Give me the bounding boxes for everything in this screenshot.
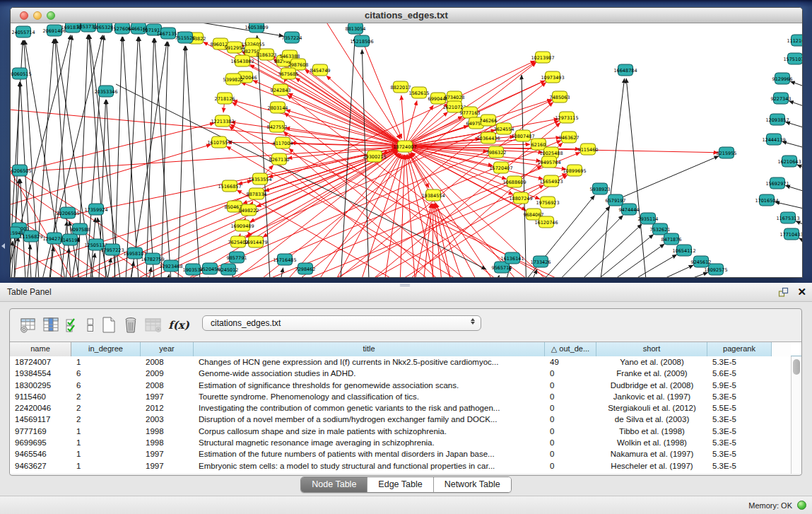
window-titlebar[interactable]: citations_edges.txt <box>11 8 802 23</box>
table-cell[interactable]: Yano et al. (2008) <box>596 356 707 368</box>
table-panel-titlebar[interactable]: Table Panel ✕ <box>0 283 812 302</box>
table-cell[interactable]: 14569117 <box>10 414 71 425</box>
table-cell[interactable]: Nakamura et al. (1997) <box>596 448 707 460</box>
table-cell[interactable]: Changes of HCN gene expression and I(f) … <box>194 356 545 368</box>
table-row[interactable]: 977716911998Corpus callosum shape and si… <box>10 426 801 437</box>
table-cell[interactable]: 1998 <box>141 426 194 437</box>
select-all-check-icon[interactable] <box>65 315 80 335</box>
delete-table-icon[interactable] <box>122 315 139 335</box>
function-builder-icon[interactable]: f(x) <box>168 315 189 335</box>
table-cell[interactable]: Estimation of the future numbers of pati… <box>194 448 545 460</box>
table-cell[interactable]: 1 <box>71 448 141 460</box>
table-cell[interactable]: Hescheler et al. (1997) <box>596 460 707 472</box>
table-cell[interactable]: 2 <box>71 391 141 402</box>
table-cell[interactable]: Structural magnetic resonance image aver… <box>194 437 545 448</box>
table-cell[interactable]: de Silva et al. (2003) <box>596 414 707 425</box>
table-cell[interactable]: Stergiakouli et al. (2012) <box>596 402 707 414</box>
network-canvas[interactable]: 1872400776638228960124591295415226055982… <box>11 23 802 277</box>
table-cell[interactable]: 9699695 <box>10 437 71 448</box>
table-cell[interactable]: 22420046 <box>10 402 71 414</box>
table-cell[interactable]: 2 <box>71 402 141 414</box>
table-cell[interactable]: 2008 <box>141 380 194 391</box>
table-select-dropdown[interactable]: citations_edges.txt <box>202 315 481 331</box>
table-cell[interactable]: Jankovic et al. (1997) <box>596 391 707 402</box>
table-row[interactable]: 1872400712008Changes of HCN gene express… <box>10 356 801 368</box>
show-columns-icon[interactable] <box>42 315 60 335</box>
table-settings-icon[interactable] <box>20 315 37 335</box>
table-cell[interactable]: Investigating the contribution of common… <box>194 402 545 414</box>
table-cell[interactable]: 0 <box>545 368 596 379</box>
table-cell[interactable]: Tourette syndrome. Phenomenology and cla… <box>194 391 545 402</box>
table-cell[interactable]: 5.3E-5 <box>707 437 772 448</box>
table-cell[interactable]: 0 <box>545 426 596 437</box>
table-cell[interactable]: 5.6E-5 <box>707 368 772 379</box>
column-header-out_de...[interactable]: △ out_de... <box>545 342 596 356</box>
table-cell[interactable]: Franke et al. (2009) <box>596 368 707 379</box>
table-row[interactable]: 946554611997Estimation of the future num… <box>10 448 801 460</box>
table-cell[interactable]: 0 <box>545 448 596 460</box>
table-vertical-scrollbar[interactable] <box>791 356 801 474</box>
table-cell[interactable]: 9463627 <box>10 460 71 472</box>
table-cell[interactable]: Tibbo et al. (1998) <box>596 426 707 437</box>
table-row[interactable]: 911546021997Tourette syndrome. Phenomeno… <box>10 391 801 402</box>
table-cell[interactable]: 0 <box>545 414 596 425</box>
table-cell[interactable]: 2 <box>71 414 141 425</box>
table-cell[interactable]: 1 <box>71 460 141 472</box>
table-row[interactable]: 1938455462009Genome-wide association stu… <box>10 368 801 379</box>
table-cell[interactable]: 0 <box>545 402 596 414</box>
scrollbar-thumb[interactable] <box>793 359 800 375</box>
table-cell[interactable]: 2008 <box>141 356 194 368</box>
table-cell[interactable]: 1997 <box>141 391 194 402</box>
table-cell[interactable]: 19384554 <box>10 368 71 379</box>
table-row[interactable]: 946362711997Embryonic stem cells: a mode… <box>10 460 801 472</box>
table-cell[interactable]: 1997 <box>141 448 194 460</box>
table-cell[interactable]: 0 <box>545 460 596 472</box>
table-cell[interactable]: Disruption of a novel member of a sodium… <box>194 414 545 425</box>
tab-network-table[interactable]: Network Table <box>434 477 511 492</box>
column-header-pagerank[interactable]: pagerank <box>707 342 772 356</box>
close-window-icon[interactable] <box>20 11 28 20</box>
table-cell[interactable]: 2012 <box>141 402 194 414</box>
column-header-title[interactable]: title <box>194 342 545 356</box>
table-row[interactable]: 2242004622012Investigating the contribut… <box>10 402 801 414</box>
table-cell[interactable]: 9777169 <box>10 426 71 437</box>
table-row[interactable]: 1456911722003Disruption of a novel membe… <box>10 414 801 425</box>
column-header-short[interactable]: short <box>596 342 707 356</box>
tab-edge-table[interactable]: Edge Table <box>367 477 433 492</box>
table-cell[interactable]: 0 <box>545 437 596 448</box>
import-table-icon[interactable] <box>144 315 163 335</box>
column-header-year[interactable]: year <box>141 342 194 356</box>
table-cell[interactable]: Dudbridge et al. (2008) <box>596 380 707 391</box>
float-panel-icon[interactable] <box>778 287 789 298</box>
table-cell[interactable]: 18724007 <box>10 356 71 368</box>
table-cell[interactable]: Estimation of significance thresholds fo… <box>194 380 545 391</box>
table-cell[interactable]: 5.3E-5 <box>707 426 772 437</box>
clear-cells-icon[interactable] <box>85 315 95 335</box>
network-view-window[interactable]: citations_edges.txt 18724007766382289601… <box>10 7 803 278</box>
table-cell[interactable]: Wolkin et al. (1998) <box>596 437 707 448</box>
table-cell[interactable]: 1998 <box>141 437 194 448</box>
column-header-in_degree[interactable]: in_degree <box>71 342 141 356</box>
table-cell[interactable]: 6 <box>71 368 141 379</box>
table-cell[interactable]: 1997 <box>141 460 194 472</box>
table-cell[interactable]: Corpus callosum shape and size in male p… <box>194 426 545 437</box>
table-cell[interactable]: 1 <box>71 437 141 448</box>
table-row[interactable]: 969969511998Structural magnetic resonanc… <box>10 437 801 448</box>
table-cell[interactable]: 5.5E-5 <box>707 402 772 414</box>
table-cell[interactable]: 6 <box>71 380 141 391</box>
table-cell[interactable]: 5.3E-5 <box>707 414 772 425</box>
table-cell[interactable]: 5.3E-5 <box>707 448 772 460</box>
table-cell[interactable]: Genome-wide association studies in ADHD. <box>194 368 545 379</box>
table-cell[interactable]: 2003 <box>141 414 194 425</box>
close-panel-icon[interactable]: ✕ <box>797 286 806 298</box>
column-header-name[interactable]: name <box>10 342 71 356</box>
table-cell[interactable]: 0 <box>545 391 596 402</box>
table-cell[interactable]: 5.3E-5 <box>707 460 772 472</box>
table-cell[interactable]: 18300295 <box>10 380 71 391</box>
table-cell[interactable]: 1 <box>71 356 141 368</box>
new-table-icon[interactable] <box>100 315 117 335</box>
zoom-window-icon[interactable] <box>47 11 55 20</box>
table-cell[interactable]: Embryonic stem cells: a model to study s… <box>194 460 545 472</box>
minimize-window-icon[interactable] <box>33 11 42 20</box>
table-cell[interactable]: 5.3E-5 <box>707 356 772 368</box>
